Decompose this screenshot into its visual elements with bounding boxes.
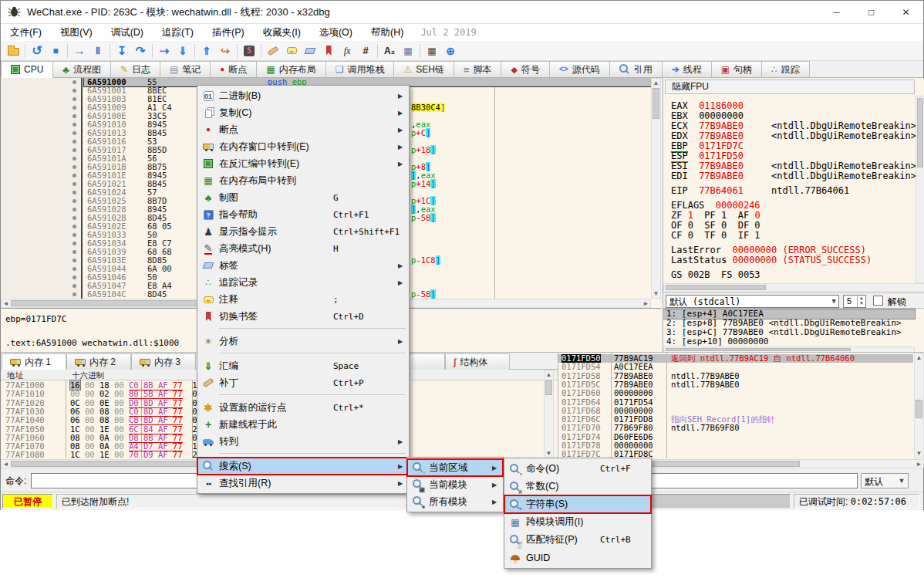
breakpoint-bullet-icon[interactable] bbox=[73, 97, 76, 101]
breakpoint-bullet-icon[interactable] bbox=[73, 89, 76, 93]
register-line[interactable]: EDI 77B9ABE0 <ntdll.DbgUiRemoteBreakin> bbox=[671, 171, 916, 181]
registers-hscrollbar[interactable] bbox=[663, 283, 924, 292]
tab-跟踪[interactable]: ∴跟踪 bbox=[762, 61, 810, 77]
menu-item-label[interactable]: 标签▶ bbox=[197, 257, 409, 274]
breakpoint-bullet-icon[interactable] bbox=[73, 216, 76, 220]
menubar-item-插件P[interactable]: 插件(P) bbox=[203, 25, 254, 41]
breakpoint-bullet-icon[interactable] bbox=[73, 140, 76, 144]
breakpoint-bullet-icon[interactable] bbox=[73, 80, 76, 84]
menu-item-goto-memory-window[interactable]: 在内存窗口中转到(E)▶ bbox=[197, 138, 409, 155]
menu-item-search-current-region[interactable]: ▫当前区域▶ bbox=[407, 459, 503, 476]
dump-tab-结构体[interactable]: ∫结构体 bbox=[445, 353, 510, 370]
stack-row[interactable]: 0171FD5C77B9ABE0ntdll.77B9ABE0 bbox=[558, 380, 913, 389]
tab-符号[interactable]: ◆符号 bbox=[501, 61, 549, 77]
stack-row[interactable]: 0171FD7077B69F80ntdll.77B69F80 bbox=[558, 424, 913, 432]
scroll-thumb[interactable] bbox=[666, 348, 851, 351]
menubar-item-帮助H[interactable]: 帮助(H) bbox=[362, 25, 413, 41]
menu-item-find-references[interactable]: ●●查找引用(R)▶ bbox=[197, 475, 409, 492]
maximize-button[interactable]: □ bbox=[854, 1, 889, 23]
tab-日志[interactable]: ✎日志 bbox=[111, 61, 160, 77]
dump-tab-内存 1[interactable]: 内存 1 bbox=[2, 353, 66, 370]
az-strings-button[interactable]: A₂ bbox=[380, 42, 399, 59]
registers-panel[interactable]: 隐藏FPU EAX 01186000EBX 00000000ECX 77B9AB… bbox=[663, 78, 924, 352]
stack-row[interactable]: 0171FD74D60FE6D6 bbox=[558, 433, 913, 441]
stack-arg-row[interactable]: 4: [esp+10] 00000000 bbox=[663, 337, 915, 346]
menu-item-search-intermodular-calls[interactable]: ▦跨模块调用(I) bbox=[504, 513, 651, 531]
scroll-up-arrow[interactable]: ▲ bbox=[915, 353, 923, 362]
calling-convention-select[interactable]: 默认 (stdcall)▼ bbox=[666, 295, 839, 308]
tab-SEH链[interactable]: ⚠SEH链 bbox=[394, 61, 454, 77]
tab-源代码[interactable]: <>源代码 bbox=[550, 61, 610, 77]
breakpoint-bullet-icon[interactable] bbox=[73, 267, 76, 271]
menubar-item-选项O[interactable]: 选项(O) bbox=[310, 25, 362, 41]
breakpoint-bullet-icon[interactable] bbox=[73, 106, 76, 110]
dump-vscrollbar[interactable]: ▲ ▼ bbox=[544, 370, 554, 458]
dump-tab-内存 2[interactable]: 内存 2 bbox=[66, 353, 131, 370]
run-to-selection-button[interactable]: ⇢ bbox=[155, 42, 174, 59]
menu-item-search-pattern[interactable]: ▒匹配特征(P)Ctrl+B bbox=[504, 531, 651, 549]
breakpoint-bullet-icon[interactable] bbox=[73, 242, 76, 245]
spinner-arrows[interactable]: ▲▼ bbox=[857, 296, 865, 307]
breakpoint-bullet-icon[interactable] bbox=[73, 148, 76, 152]
menu-item-graph[interactable]: ♣制图G bbox=[197, 189, 409, 206]
menu-item-search-command[interactable]: ›命令(O)Ctrl+F bbox=[504, 460, 651, 478]
scroll-down-arrow[interactable]: ▼ bbox=[652, 289, 660, 298]
arg-count-spinner[interactable]: 5▲▼ bbox=[843, 295, 866, 308]
registers-vscrollbar[interactable] bbox=[916, 96, 924, 283]
stack-row[interactable]: 0171FD7800000000 bbox=[558, 441, 913, 450]
scroll-down-arrow[interactable]: ▼ bbox=[915, 449, 923, 458]
stack-row[interactable]: 0171FD640171FD54 bbox=[558, 398, 913, 407]
stack-row[interactable]: 0171FD6000000000 bbox=[558, 389, 913, 397]
handles-phone-button[interactable]: ▦ bbox=[399, 42, 417, 59]
breakpoint-bullet-icon[interactable] bbox=[73, 233, 76, 237]
tab-线程[interactable]: ➔线程 bbox=[663, 61, 712, 77]
breakpoint-bullet-icon[interactable] bbox=[73, 284, 76, 288]
tab-脚本[interactable]: ≡脚本 bbox=[454, 61, 502, 77]
scroll-right-arrow[interactable]: ► bbox=[915, 460, 923, 468]
scroll-up-arrow[interactable]: ▲ bbox=[545, 370, 553, 379]
scroll-left-arrow[interactable]: ◄ bbox=[2, 460, 10, 468]
breakpoint-bullet-icon[interactable] bbox=[73, 250, 76, 254]
tab-笔记[interactable]: ▤笔记 bbox=[160, 61, 211, 77]
breakpoint-bullet-icon[interactable] bbox=[73, 131, 76, 135]
menu-item-goto[interactable]: 转到▶ bbox=[197, 433, 409, 450]
breakpoint-bullet-icon[interactable] bbox=[73, 114, 76, 118]
breakpoint-bullet-icon[interactable] bbox=[73, 191, 76, 194]
hide-fpu-button[interactable]: 隐藏FPU bbox=[665, 79, 915, 94]
comments-button[interactable] bbox=[282, 42, 301, 59]
register-line[interactable]: GS 002B FS 0053 bbox=[671, 270, 760, 280]
scroll-down-arrow[interactable]: ▼ bbox=[545, 449, 553, 458]
patches-button[interactable] bbox=[264, 42, 282, 59]
breakpoint-bullet-icon[interactable] bbox=[73, 225, 76, 228]
step-out-button[interactable]: ⇓ bbox=[174, 42, 192, 59]
dump-tab-内存 3[interactable]: 内存 3 bbox=[131, 353, 196, 370]
scroll-thumb[interactable] bbox=[545, 380, 552, 395]
stack-panel[interactable]: 0171FD5077B9AC19返回到 ntdll.77B9AC19 自 ntd… bbox=[558, 352, 924, 468]
breakpoint-bullet-icon[interactable] bbox=[73, 275, 76, 279]
scroll-thumb[interactable] bbox=[666, 285, 766, 290]
register-line[interactable]: LastStatus 00000000 (STATUS_SUCCESS) bbox=[671, 255, 872, 265]
menubar-item-收藏夹I[interactable]: 收藏夹(I) bbox=[254, 25, 310, 41]
menu-item-search[interactable]: 搜索(S)▶ bbox=[197, 458, 409, 475]
bookmarks-button[interactable] bbox=[319, 42, 338, 59]
tab-CPU[interactable]: CPU bbox=[1, 61, 53, 78]
tab-句柄[interactable]: ▣句柄 bbox=[712, 61, 762, 77]
labels-button[interactable] bbox=[301, 42, 319, 59]
stack-row[interactable]: 0171FD5077B9AC19返回到 ntdll.77B9AC19 自 ntd… bbox=[558, 354, 913, 363]
pause-button[interactable]: Ⅱ bbox=[89, 42, 107, 59]
menubar-item-追踪T[interactable]: 追踪(T) bbox=[153, 25, 203, 41]
menu-item-search-all-modules[interactable]: ⁎所有模块▶ bbox=[407, 493, 503, 510]
menu-item-copy[interactable]: 复制(C)▶ bbox=[197, 104, 409, 121]
scroll-thumb[interactable] bbox=[917, 98, 923, 167]
unlock-checkbox[interactable] bbox=[873, 296, 883, 306]
menu-item-goto-disassembly[interactable]: 在反汇编中转到(E)▶ bbox=[197, 155, 409, 172]
breakpoint-bullet-icon[interactable] bbox=[73, 292, 76, 296]
menu-item-analysis[interactable]: ✶分析▶ bbox=[197, 333, 409, 350]
menubar-item-视图V[interactable]: 视图(V) bbox=[51, 25, 102, 41]
calculator-button[interactable]: ▦ bbox=[423, 42, 441, 59]
stack-vscrollbar[interactable]: ▲ ▼ bbox=[914, 353, 924, 458]
minimize-button[interactable]: ─ bbox=[819, 1, 854, 23]
breakpoint-bullet-icon[interactable] bbox=[73, 182, 76, 186]
scroll-thumb[interactable] bbox=[653, 88, 659, 119]
tab-调用堆栈[interactable]: ❏调用堆栈 bbox=[326, 61, 395, 77]
